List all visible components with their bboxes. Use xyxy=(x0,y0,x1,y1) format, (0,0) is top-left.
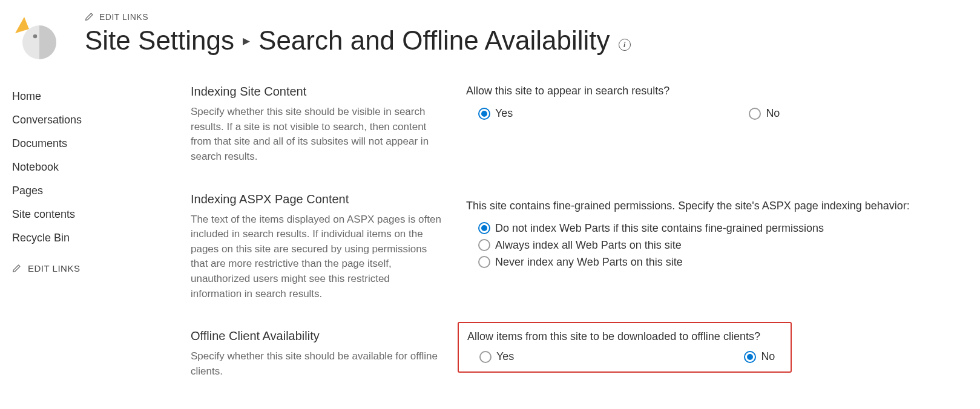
nav-item-recycle-bin[interactable]: Recycle Bin xyxy=(12,226,191,250)
section-description: Specify whether this site should be visi… xyxy=(191,105,442,165)
svg-point-1 xyxy=(33,34,37,38)
page-header: EDIT LINKS Site Settings ▸ Search and Of… xyxy=(12,12,968,61)
info-icon[interactable]: i xyxy=(619,39,631,51)
radio-aspx-never-index[interactable]: Never index any Web Parts on this site xyxy=(478,256,968,269)
radio-icon xyxy=(479,351,492,363)
radio-icon xyxy=(478,256,490,268)
breadcrumb-current: Search and Offline Availability xyxy=(258,25,610,56)
breadcrumb-separator-icon: ▸ xyxy=(243,32,250,49)
control-question: This site contains fine-grained permissi… xyxy=(466,200,968,212)
radio-icon xyxy=(478,222,490,234)
section-indexing-site: Indexing Site Content Specify whether th… xyxy=(191,85,968,165)
pencil-icon xyxy=(85,13,93,21)
breadcrumb-parent[interactable]: Site Settings xyxy=(85,25,234,56)
site-logo xyxy=(12,12,61,61)
section-offline: Offline Client Availability Specify whet… xyxy=(191,329,968,379)
edit-links-label: EDIT LINKS xyxy=(99,12,148,22)
radio-indexing-site-no[interactable]: No xyxy=(749,107,780,120)
section-description: Specify whether this site should be avai… xyxy=(191,349,442,379)
nav-item-pages[interactable]: Pages xyxy=(12,179,191,203)
radio-offline-yes[interactable]: Yes xyxy=(479,350,514,363)
radio-indexing-site-yes[interactable]: Yes xyxy=(478,107,513,120)
radio-label: Do not index Web Parts if this site cont… xyxy=(495,222,824,235)
section-title: Indexing ASPX Page Content xyxy=(191,192,442,206)
edit-links-label: EDIT LINKS xyxy=(28,263,80,273)
radio-label: Always index all Web Parts on this site xyxy=(495,239,682,252)
radio-label: No xyxy=(766,107,780,120)
section-description: The text of the items displayed on ASPX … xyxy=(191,212,442,302)
section-title: Indexing Site Content xyxy=(191,85,442,99)
radio-label: Yes xyxy=(496,350,514,363)
radio-aspx-do-not-index[interactable]: Do not index Web Parts if this site cont… xyxy=(478,222,968,235)
highlight-annotation: Allow items from this site to be downloa… xyxy=(458,322,792,373)
section-indexing-aspx: Indexing ASPX Page Content The text of t… xyxy=(191,192,968,302)
nav-item-site-contents[interactable]: Site contents xyxy=(12,203,191,226)
radio-label: Yes xyxy=(495,107,513,120)
radio-icon xyxy=(478,239,490,251)
main-content: Indexing Site Content Specify whether th… xyxy=(191,85,968,407)
sidebar: Home Conversations Documents Notebook Pa… xyxy=(12,85,191,407)
edit-links-top[interactable]: EDIT LINKS xyxy=(85,12,968,22)
nav-item-documents[interactable]: Documents xyxy=(12,132,191,155)
control-question: Allow this site to appear in search resu… xyxy=(466,85,968,97)
edit-links-bottom[interactable]: EDIT LINKS xyxy=(12,263,191,273)
radio-label: Never index any Web Parts on this site xyxy=(495,256,683,269)
control-question: Allow items from this site to be downloa… xyxy=(467,330,782,343)
radio-offline-no[interactable]: No xyxy=(744,350,775,363)
radio-icon xyxy=(478,108,490,120)
page-title: Site Settings ▸ Search and Offline Avail… xyxy=(85,25,968,56)
section-title: Offline Client Availability xyxy=(191,329,442,343)
radio-label: No xyxy=(761,350,775,363)
nav-item-notebook[interactable]: Notebook xyxy=(12,155,191,179)
radio-aspx-always-index[interactable]: Always index all Web Parts on this site xyxy=(478,239,968,252)
nav-list: Home Conversations Documents Notebook Pa… xyxy=(12,85,191,250)
nav-item-conversations[interactable]: Conversations xyxy=(12,108,191,132)
pencil-icon xyxy=(12,264,21,273)
radio-icon xyxy=(749,108,761,120)
nav-item-home[interactable]: Home xyxy=(12,85,191,108)
radio-icon xyxy=(744,351,756,363)
